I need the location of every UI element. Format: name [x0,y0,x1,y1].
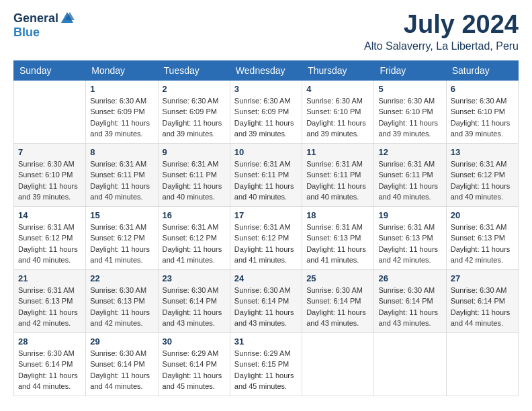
day-info: Sunrise: 6:31 AMSunset: 6:13 PMDaylight:… [378,222,441,266]
day-info: Sunrise: 6:30 AMSunset: 6:10 PMDaylight:… [18,158,81,203]
day-number: 29 [90,336,153,347]
day-number: 4 [306,84,369,94]
day-info: Sunrise: 6:30 AMSunset: 6:10 PMDaylight:… [451,95,514,140]
calendar-cell: 29Sunrise: 6:30 AMSunset: 6:14 PMDayligh… [86,332,158,396]
day-number: 8 [90,147,153,157]
month-year-title: July 2024 [364,11,519,39]
calendar-cell: 2Sunrise: 6:30 AMSunset: 6:09 PMDaylight… [158,80,230,143]
calendar-week-row: 14Sunrise: 6:31 AMSunset: 6:12 PMDayligh… [14,206,519,269]
calendar-cell: 9Sunrise: 6:31 AMSunset: 6:11 PMDaylight… [158,143,230,206]
calendar-header-friday: Friday [374,60,446,80]
day-number: 16 [163,210,226,220]
header: General Blue July 2024 Alto Salaverry, L… [13,11,519,52]
calendar-header-wednesday: Wednesday [230,60,302,80]
day-info: Sunrise: 6:29 AMSunset: 6:14 PMDaylight:… [163,348,226,392]
calendar-week-row: 7Sunrise: 6:30 AMSunset: 6:10 PMDaylight… [14,143,519,206]
day-info: Sunrise: 6:30 AMSunset: 6:14 PMDaylight:… [451,285,514,329]
calendar-cell: 20Sunrise: 6:31 AMSunset: 6:13 PMDayligh… [446,206,518,269]
day-info: Sunrise: 6:31 AMSunset: 6:11 PMDaylight:… [306,158,369,203]
calendar-cell: 16Sunrise: 6:31 AMSunset: 6:12 PMDayligh… [158,206,230,269]
day-number: 31 [234,336,298,347]
calendar-cell: 6Sunrise: 6:30 AMSunset: 6:10 PMDaylight… [446,80,518,143]
day-info: Sunrise: 6:31 AMSunset: 6:13 PMDaylight:… [18,285,81,329]
calendar-cell: 14Sunrise: 6:31 AMSunset: 6:12 PMDayligh… [14,206,86,269]
location-subtitle: Alto Salaverry, La Libertad, Peru [364,40,519,52]
calendar-cell: 12Sunrise: 6:31 AMSunset: 6:11 PMDayligh… [374,143,446,206]
calendar-cell: 4Sunrise: 6:30 AMSunset: 6:10 PMDaylight… [302,80,374,143]
calendar-cell: 10Sunrise: 6:31 AMSunset: 6:11 PMDayligh… [230,143,302,206]
calendar-header-thursday: Thursday [302,60,374,80]
calendar-cell: 31Sunrise: 6:29 AMSunset: 6:15 PMDayligh… [230,332,302,396]
day-info: Sunrise: 6:31 AMSunset: 6:12 PMDaylight:… [163,222,226,266]
day-info: Sunrise: 6:30 AMSunset: 6:14 PMDaylight:… [163,285,226,329]
day-info: Sunrise: 6:31 AMSunset: 6:11 PMDaylight:… [378,158,441,203]
day-info: Sunrise: 6:31 AMSunset: 6:11 PMDaylight:… [234,158,298,203]
calendar-cell [302,332,374,396]
calendar-cell: 17Sunrise: 6:31 AMSunset: 6:12 PMDayligh… [230,206,302,269]
logo-blue-text: Blue [13,26,40,40]
day-number: 22 [90,273,153,283]
day-info: Sunrise: 6:31 AMSunset: 6:11 PMDaylight:… [90,158,153,203]
day-number: 2 [163,84,226,94]
day-number: 30 [163,336,226,347]
day-info: Sunrise: 6:31 AMSunset: 6:12 PMDaylight:… [451,158,514,203]
day-number: 10 [234,147,298,157]
calendar-cell: 8Sunrise: 6:31 AMSunset: 6:11 PMDaylight… [86,143,158,206]
calendar-week-row: 21Sunrise: 6:31 AMSunset: 6:13 PMDayligh… [14,269,519,332]
day-number: 23 [163,273,226,283]
calendar-cell: 7Sunrise: 6:30 AMSunset: 6:10 PMDaylight… [14,143,86,206]
calendar-table: SundayMondayTuesdayWednesdayThursdayFrid… [13,60,519,396]
day-number: 1 [90,84,153,94]
day-info: Sunrise: 6:30 AMSunset: 6:14 PMDaylight:… [378,285,441,329]
day-number: 21 [18,273,81,283]
calendar-cell: 13Sunrise: 6:31 AMSunset: 6:12 PMDayligh… [446,143,518,206]
day-number: 28 [18,336,81,347]
day-number: 18 [306,210,369,220]
day-info: Sunrise: 6:30 AMSunset: 6:13 PMDaylight:… [90,285,153,329]
calendar-week-row: 1Sunrise: 6:30 AMSunset: 6:09 PMDaylight… [14,80,519,143]
day-info: Sunrise: 6:29 AMSunset: 6:15 PMDaylight:… [234,348,298,392]
calendar-cell: 27Sunrise: 6:30 AMSunset: 6:14 PMDayligh… [446,269,518,332]
day-number: 17 [234,210,298,220]
calendar-cell: 28Sunrise: 6:30 AMSunset: 6:14 PMDayligh… [14,332,86,396]
calendar-week-row: 28Sunrise: 6:30 AMSunset: 6:14 PMDayligh… [14,332,519,396]
day-number: 25 [306,273,369,283]
calendar-cell: 26Sunrise: 6:30 AMSunset: 6:14 PMDayligh… [374,269,446,332]
logo-general-text: General [13,11,58,26]
day-number: 20 [451,210,514,220]
calendar-cell [14,80,86,143]
day-number: 12 [378,147,441,157]
day-number: 19 [378,210,441,220]
calendar-cell: 3Sunrise: 6:30 AMSunset: 6:09 PMDaylight… [230,80,302,143]
calendar-cell [374,332,446,396]
day-info: Sunrise: 6:31 AMSunset: 6:12 PMDaylight:… [90,222,153,266]
day-info: Sunrise: 6:31 AMSunset: 6:13 PMDaylight:… [306,222,369,266]
day-info: Sunrise: 6:30 AMSunset: 6:14 PMDaylight:… [234,285,298,329]
day-info: Sunrise: 6:30 AMSunset: 6:14 PMDaylight:… [306,285,369,329]
day-number: 24 [234,273,298,283]
calendar-cell: 15Sunrise: 6:31 AMSunset: 6:12 PMDayligh… [86,206,158,269]
day-number: 9 [163,147,226,157]
day-info: Sunrise: 6:31 AMSunset: 6:11 PMDaylight:… [163,158,226,203]
calendar-header-tuesday: Tuesday [158,60,230,80]
calendar-cell: 24Sunrise: 6:30 AMSunset: 6:14 PMDayligh… [230,269,302,332]
day-number: 15 [90,210,153,220]
calendar-cell: 1Sunrise: 6:30 AMSunset: 6:09 PMDaylight… [86,80,158,143]
day-info: Sunrise: 6:30 AMSunset: 6:09 PMDaylight:… [90,95,153,140]
logo-icon [60,11,75,26]
calendar-cell: 11Sunrise: 6:31 AMSunset: 6:11 PMDayligh… [302,143,374,206]
calendar-header-saturday: Saturday [446,60,518,80]
day-info: Sunrise: 6:30 AMSunset: 6:10 PMDaylight:… [306,95,369,140]
calendar-cell: 22Sunrise: 6:30 AMSunset: 6:13 PMDayligh… [86,269,158,332]
calendar-header-row: SundayMondayTuesdayWednesdayThursdayFrid… [14,60,519,80]
calendar-cell: 30Sunrise: 6:29 AMSunset: 6:14 PMDayligh… [158,332,230,396]
day-info: Sunrise: 6:31 AMSunset: 6:12 PMDaylight:… [18,222,81,266]
day-info: Sunrise: 6:30 AMSunset: 6:14 PMDaylight:… [18,348,81,392]
calendar-cell: 25Sunrise: 6:30 AMSunset: 6:14 PMDayligh… [302,269,374,332]
day-number: 7 [18,147,81,157]
calendar-header-monday: Monday [86,60,158,80]
day-number: 11 [306,147,369,157]
day-info: Sunrise: 6:30 AMSunset: 6:09 PMDaylight:… [234,95,298,140]
calendar-cell: 5Sunrise: 6:30 AMSunset: 6:10 PMDaylight… [374,80,446,143]
calendar-header-sunday: Sunday [14,60,86,80]
